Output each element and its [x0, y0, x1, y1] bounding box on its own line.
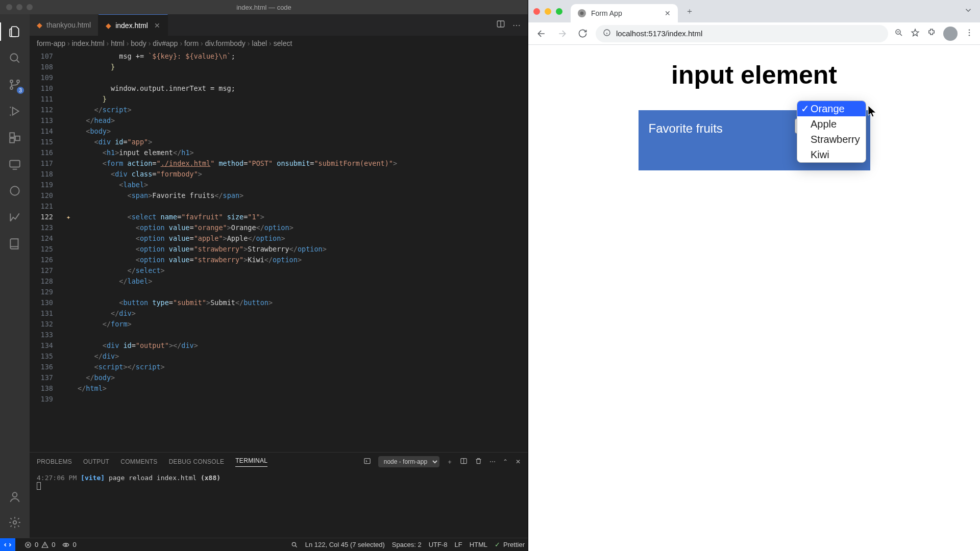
debug-icon	[8, 105, 21, 118]
terminal-body[interactable]: 4:27:06 PM [vite] page reload index.html…	[30, 471, 528, 538]
status-prettier[interactable]: ✓Prettier	[495, 541, 525, 548]
svg-point-21	[969, 34, 970, 36]
breadcrumb-segment[interactable]: label	[252, 39, 267, 47]
breadcrumb-segment[interactable]: index.html	[72, 39, 105, 47]
option-orange[interactable]: Orange	[797, 101, 866, 116]
graph-icon	[8, 211, 21, 224]
panel-tab-problems[interactable]: PROBLEMS	[37, 458, 72, 465]
status-bar: 0 0 0 Ln 122, Col 45 (7 selected) Spaces…	[0, 538, 528, 551]
tabstrip-expand-icon[interactable]	[964, 6, 973, 17]
vscode-window: index.html — code 3	[0, 0, 528, 551]
gear-icon	[8, 516, 21, 529]
status-spaces[interactable]: Spaces: 2	[392, 541, 422, 548]
activity-extensions[interactable]	[4, 127, 26, 149]
remote-button[interactable]	[0, 538, 15, 552]
option-strawberry[interactable]: Strawberry	[797, 132, 866, 147]
status-lang[interactable]: HTML	[470, 541, 487, 548]
panel-tab-comments[interactable]: COMMENTS	[120, 458, 157, 465]
terminal-launch-icon[interactable]	[363, 457, 371, 466]
site-info-icon[interactable]	[603, 29, 611, 38]
activity-explorer[interactable]	[4, 20, 26, 43]
activity-misc-2[interactable]	[4, 206, 26, 229]
panel-tab-debug[interactable]: DEBUG CONSOLE	[169, 458, 225, 465]
mac-max-icon[interactable]	[556, 8, 562, 15]
terminal-count: (x88)	[201, 474, 220, 482]
activity-debug[interactable]	[4, 100, 26, 122]
activity-misc-1[interactable]	[4, 180, 26, 202]
status-eol[interactable]: LF	[455, 541, 462, 548]
split-editor-icon[interactable]	[496, 19, 505, 31]
plus-icon[interactable]: ＋	[447, 458, 453, 466]
profile-avatar[interactable]	[943, 27, 958, 41]
breadcrumbs[interactable]: form-app›index.html›html›body›div#app›fo…	[30, 36, 528, 51]
menu-icon[interactable]	[965, 28, 974, 39]
terminal-select[interactable]: node - form-app	[378, 456, 439, 467]
more-icon[interactable]: ⋯	[489, 458, 496, 465]
split-terminal-icon[interactable]	[460, 457, 468, 466]
mac-close-icon[interactable]	[533, 8, 540, 15]
page-content: input element Favorite fruits Orange App…	[528, 45, 980, 551]
chevron-up-icon[interactable]: ⌃	[503, 458, 508, 465]
files-icon	[8, 25, 21, 38]
breadcrumb-segment[interactable]: form-app	[37, 39, 65, 47]
svg-rect-4	[10, 133, 14, 137]
tab-row: ◆ thankyou.html ◆ index.html ✕ ⋯	[30, 14, 528, 36]
browser-tab[interactable]: Form App ✕	[571, 4, 678, 22]
breadcrumb-segment[interactable]: form	[184, 39, 199, 47]
new-tab-button[interactable]: ＋	[682, 4, 697, 19]
html-file-icon: ◆	[106, 21, 111, 30]
tab-index[interactable]: ◆ index.html ✕	[99, 14, 168, 36]
status-cursor[interactable]: Ln 122, Col 45 (7 selected)	[305, 541, 385, 548]
activity-account[interactable]	[4, 486, 26, 508]
status-port[interactable]: 0	[62, 541, 76, 548]
breadcrumb-segment[interactable]: div.formbody	[205, 39, 246, 47]
forward-button[interactable]	[555, 27, 569, 41]
select-dropdown: Orange Apple Strawberry Kiwi	[797, 101, 866, 163]
extensions-icon	[8, 131, 21, 144]
breadcrumb-segment[interactable]: body	[131, 39, 146, 47]
mac-min-icon[interactable]	[545, 8, 551, 15]
svg-rect-7	[10, 160, 20, 167]
form-label: Favorite fruits	[649, 121, 723, 135]
close-icon[interactable]: ✕	[665, 9, 671, 17]
option-apple[interactable]: Apple	[797, 116, 866, 132]
address-bar[interactable]: localhost:5173/index.html	[596, 25, 888, 42]
panel-tab-terminal[interactable]: TERMINAL	[235, 457, 267, 467]
mac-traffic-lights	[533, 8, 562, 15]
zoom-icon[interactable]	[894, 28, 903, 39]
circle-icon	[8, 184, 21, 197]
mac-close-icon[interactable]	[6, 4, 12, 10]
browser-tabstrip: Form App ✕ ＋	[528, 0, 980, 22]
bookmark-icon[interactable]	[911, 28, 920, 39]
close-icon[interactable]: ✕	[516, 458, 521, 465]
activity-settings[interactable]	[4, 511, 26, 534]
editor-area: ◆ thankyou.html ◆ index.html ✕ ⋯ form-ap…	[30, 14, 528, 538]
panel-tab-output[interactable]: OUTPUT	[83, 458, 109, 465]
status-errors[interactable]: 0 0	[24, 541, 55, 548]
activity-remote[interactable]	[4, 153, 26, 176]
breadcrumb-segment[interactable]: html	[111, 39, 124, 47]
option-kiwi[interactable]: Kiwi	[797, 147, 866, 162]
reload-button[interactable]	[575, 27, 590, 41]
close-icon[interactable]: ✕	[154, 21, 160, 30]
more-icon[interactable]: ⋯	[512, 20, 521, 30]
mac-min-icon[interactable]	[16, 4, 22, 10]
activity-misc-3[interactable]	[4, 233, 26, 255]
mac-max-icon[interactable]	[27, 4, 33, 10]
code-editor[interactable]: 1071081091101111121131141151161171181191…	[30, 51, 528, 452]
tab-thankyou[interactable]: ◆ thankyou.html	[30, 14, 99, 36]
svg-point-20	[969, 32, 970, 33]
vscode-titlebar: index.html — code	[0, 0, 528, 14]
breadcrumb-segment[interactable]: select	[274, 39, 292, 47]
panel: PROBLEMS OUTPUT COMMENTS DEBUG CONSOLE T…	[30, 452, 528, 538]
panel-tabs: PROBLEMS OUTPUT COMMENTS DEBUG CONSOLE T…	[30, 453, 528, 471]
extensions-icon[interactable]	[927, 28, 936, 39]
svg-point-9	[13, 492, 17, 497]
status-search[interactable]	[291, 541, 298, 548]
activity-scm[interactable]: 3	[4, 73, 26, 96]
breadcrumb-segment[interactable]: div#app	[153, 39, 178, 47]
activity-search[interactable]	[4, 47, 26, 69]
status-encoding[interactable]: UTF-8	[429, 541, 448, 548]
trash-icon[interactable]	[475, 457, 482, 466]
back-button[interactable]	[534, 27, 549, 41]
